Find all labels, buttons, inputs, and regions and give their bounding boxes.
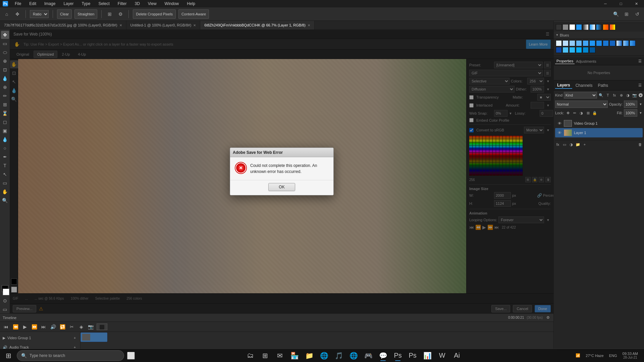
- settings-btn[interactable]: ⚙: [116, 10, 124, 18]
- taskbar-ps2[interactable]: Ps: [406, 350, 419, 362]
- tc-next-btn[interactable]: ⏩: [31, 323, 38, 330]
- taskbar-excel[interactable]: 📊: [421, 350, 434, 362]
- taskbar-files[interactable]: 📁: [303, 350, 316, 362]
- tc-prev-btn[interactable]: ⏪: [12, 323, 19, 330]
- menu-file[interactable]: File: [13, 1, 22, 7]
- swatch-b7[interactable]: [596, 40, 602, 46]
- menu-layer[interactable]: Layer: [62, 1, 75, 7]
- taskbar-chrome[interactable]: 🌐: [347, 350, 360, 362]
- add-mask-btn[interactable]: ▭: [562, 142, 567, 147]
- tool-eyedropper[interactable]: 💧: [1, 74, 9, 82]
- search-layers-btn[interactable]: 🔍: [598, 93, 604, 98]
- sys-datetime[interactable]: 09:33 AM 28-Jul-21: [621, 351, 640, 360]
- layers-filter-adj[interactable]: ◑: [625, 93, 631, 98]
- swatch-gray[interactable]: [562, 24, 569, 30]
- menu-view[interactable]: View: [147, 1, 158, 7]
- tool-shape[interactable]: ▭: [1, 179, 9, 187]
- channels-tab[interactable]: Channels: [574, 82, 595, 88]
- task-view-btn[interactable]: ⬜: [124, 350, 138, 362]
- tool-crop[interactable]: ⊡: [1, 66, 9, 74]
- swatch-blues-grad2[interactable]: [623, 40, 629, 46]
- swatch-b2[interactable]: [562, 40, 569, 46]
- maximize-button[interactable]: □: [613, 0, 629, 7]
- background-color[interactable]: [3, 289, 9, 295]
- tool-select-rect[interactable]: ▭: [1, 40, 9, 48]
- move-tool[interactable]: ✥: [13, 10, 21, 18]
- taskbar-game[interactable]: 🎮: [362, 350, 375, 362]
- taskbar-photoshop[interactable]: Ps: [391, 350, 405, 362]
- tc-loop-btn[interactable]: 🔁: [59, 323, 66, 330]
- tc-transition-btn[interactable]: ◈: [78, 323, 85, 330]
- workspace-btn[interactable]: ⊞: [623, 10, 631, 18]
- taskbar-word[interactable]: W: [435, 350, 449, 362]
- error-ok-button[interactable]: OK: [268, 183, 295, 191]
- rp-tab-properties[interactable]: Properties: [555, 58, 575, 64]
- swatch-b3[interactable]: [569, 40, 575, 46]
- tool-move[interactable]: ✥: [1, 31, 9, 39]
- tool-history-brush[interactable]: ⌛: [1, 109, 9, 117]
- lock-all-btn[interactable]: 🔒: [592, 110, 597, 116]
- kind-select[interactable]: Kind: [564, 92, 597, 99]
- tool-pen[interactable]: ✒: [1, 153, 9, 161]
- swatch-b4[interactable]: [576, 40, 582, 46]
- swatch-white[interactable]: [569, 24, 575, 30]
- tab-1-close[interactable]: ✕: [119, 23, 122, 27]
- quick-mask[interactable]: ⊙: [1, 297, 9, 305]
- swatch-orange-grad[interactable]: [603, 24, 609, 30]
- opacity-input[interactable]: [624, 101, 637, 108]
- taskbar-explorer[interactable]: 🗂: [244, 350, 257, 362]
- lock-draw-btn[interactable]: ✏: [572, 110, 577, 116]
- rp-tab-adjustments[interactable]: Adjustments: [575, 59, 598, 64]
- swatch-b6[interactable]: [589, 40, 595, 46]
- lock-artboard-btn[interactable]: ⊞: [585, 110, 591, 116]
- swatch-lb3[interactable]: [576, 47, 582, 53]
- layers-menu-btn[interactable]: ☰: [637, 83, 643, 88]
- sys-lang[interactable]: ENG: [607, 353, 619, 358]
- swatch-b5[interactable]: [583, 40, 589, 46]
- swatch-blues-grad3[interactable]: [630, 40, 636, 46]
- layers-filter-smart[interactable]: 📷: [632, 93, 637, 98]
- delete-layer-btn[interactable]: 🗑: [637, 142, 643, 147]
- tool-clone[interactable]: ⊞: [1, 101, 9, 109]
- swatch-bw-grad[interactable]: [583, 24, 589, 30]
- menu-type[interactable]: Type: [80, 1, 92, 7]
- swatch-b10[interactable]: [556, 47, 562, 53]
- swatch-lb1[interactable]: [562, 47, 569, 53]
- sys-wifi[interactable]: 📶: [574, 353, 582, 358]
- tc-first-btn[interactable]: ⏮: [3, 323, 9, 330]
- swatch-b1[interactable]: [556, 40, 562, 46]
- tool-text[interactable]: T: [1, 162, 9, 170]
- grid-btn[interactable]: ⊞: [106, 10, 114, 18]
- tc-audio-btn[interactable]: 🔊: [50, 323, 56, 330]
- sys-weather[interactable]: 27°C Haze: [584, 353, 605, 358]
- menu-help[interactable]: Help: [185, 1, 197, 7]
- swatch-warm-grad[interactable]: [609, 24, 615, 30]
- timeline-settings-btn[interactable]: ⚙: [545, 315, 551, 320]
- tab-2[interactable]: Untitled-1 @ 100% (Layer0, RGB/8#) ✕: [126, 21, 201, 29]
- props-menu-btn[interactable]: ☰: [637, 59, 643, 64]
- menu-edit[interactable]: Edit: [28, 1, 38, 7]
- fill-input[interactable]: [624, 109, 637, 117]
- search-btn[interactable]: 🔍: [612, 10, 620, 18]
- minimize-button[interactable]: ─: [598, 0, 613, 7]
- swatch-b9[interactable]: [609, 40, 615, 46]
- search-bar[interactable]: 🔍 Type here to search: [17, 350, 124, 361]
- delete-cropped-btn[interactable]: Delete Cropped Pixels: [133, 9, 175, 19]
- taskbar-whatsapp[interactable]: 💬: [376, 350, 390, 362]
- undo-btn[interactable]: ↺: [633, 10, 641, 18]
- tab-2-close[interactable]: ✕: [193, 23, 196, 27]
- new-layer-fx-btn[interactable]: fx: [555, 142, 560, 147]
- tool-lasso[interactable]: ⬭: [1, 48, 9, 56]
- home-btn[interactable]: ⌂: [3, 10, 11, 18]
- track-label-video[interactable]: ▶ Video Group 1 +: [1, 333, 79, 343]
- new-fill-adj-btn[interactable]: ◑: [569, 142, 574, 147]
- blues-section-header[interactable]: ▼ Blues: [554, 32, 644, 39]
- swatch-dark[interactable]: [556, 24, 562, 30]
- taskbar-spotify[interactable]: 🎵: [332, 350, 345, 362]
- tool-heal[interactable]: ⊕: [1, 83, 9, 91]
- tool-brush[interactable]: ✏: [1, 92, 9, 100]
- tc-frame-btn[interactable]: 📷: [87, 323, 94, 330]
- menu-filter[interactable]: Filter: [116, 1, 128, 7]
- tool-blur[interactable]: 💧: [1, 135, 9, 143]
- menu-3d[interactable]: 3D: [133, 1, 141, 7]
